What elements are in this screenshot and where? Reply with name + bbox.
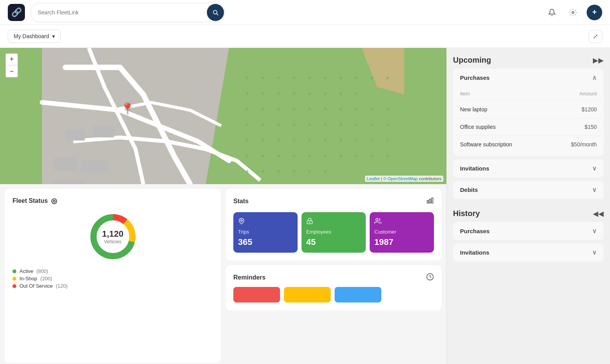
svg-text:▲: ▲ bbox=[291, 105, 297, 111]
history-title: History ◀◀ bbox=[453, 209, 604, 218]
inshop-value: (200) bbox=[41, 276, 52, 281]
svg-text:▲: ▲ bbox=[354, 136, 359, 142]
history-purchases-header[interactable]: Purchases ∨ bbox=[453, 222, 604, 240]
zoom-in-button[interactable]: + bbox=[6, 54, 18, 65]
history-invitations-header[interactable]: Invitations ∨ bbox=[453, 243, 604, 262]
svg-text:▲: ▲ bbox=[369, 136, 375, 142]
history-section: History ◀◀ Purchases ∨ Invitations ∨ bbox=[453, 209, 604, 265]
rw-button[interactable]: ◀◀ bbox=[593, 209, 604, 218]
reminders-icon bbox=[426, 273, 434, 282]
left-panel: ▲▲ ▲▲ ▲▲ ▲▲ ▲▲ ▲▲ ▲▲ ▲▲ ▲▲ ▲▲ ▲▲ ▲▲ ▲▲ ▲… bbox=[0, 48, 446, 364]
purchase-amount: $50/month bbox=[548, 136, 602, 153]
fleet-settings-icon[interactable]: ◎ bbox=[51, 197, 57, 205]
reminders-card: Reminders bbox=[226, 265, 442, 310]
search-input[interactable] bbox=[31, 5, 206, 19]
trips-label: Trips bbox=[238, 229, 293, 235]
purchases-header[interactable]: Purchases ∧ bbox=[453, 69, 604, 87]
customer-value: 1987 bbox=[374, 237, 429, 247]
fleet-label: Vehicles bbox=[102, 239, 123, 244]
reminder-btn-2[interactable] bbox=[284, 287, 331, 302]
svg-text:▲: ▲ bbox=[291, 152, 297, 158]
active-dot bbox=[12, 269, 16, 273]
col-amount: Amount bbox=[548, 87, 602, 101]
reminder-btn-1[interactable] bbox=[233, 287, 280, 302]
bell-button[interactable] bbox=[545, 5, 559, 20]
svg-rect-8 bbox=[65, 130, 85, 141]
svg-text:▲: ▲ bbox=[260, 152, 266, 158]
trips-value: 365 bbox=[238, 237, 293, 247]
svg-text:▲: ▲ bbox=[338, 152, 344, 158]
invitations-card: Invitations ∨ bbox=[453, 159, 604, 178]
upcoming-title: Upcoming ▶▶ bbox=[453, 56, 604, 65]
purchase-item: Office supplies bbox=[455, 118, 548, 136]
svg-text:▲: ▲ bbox=[354, 121, 359, 127]
svg-text:▲: ▲ bbox=[291, 90, 297, 96]
legend-active: Active (800) bbox=[12, 268, 213, 274]
svg-text:▲: ▲ bbox=[323, 90, 328, 96]
osm-link[interactable]: © OpenStreetMap bbox=[383, 176, 418, 181]
svg-text:▲: ▲ bbox=[276, 105, 281, 111]
inshop-label: In-Shop bbox=[19, 276, 37, 281]
purchases-body: Item Amount New laptop$1200Office suppli… bbox=[453, 87, 604, 156]
history-purchases-card: Purchases ∨ bbox=[453, 222, 604, 240]
stat-tiles: Trips 365 Employees bbox=[233, 212, 434, 253]
purchases-chevron-up: ∧ bbox=[592, 74, 597, 81]
right-bottom: Stats bbox=[226, 189, 442, 363]
table-row: New laptop$1200 bbox=[455, 101, 602, 118]
reminder-buttons bbox=[233, 287, 434, 302]
donut-label: 1,120 Vehicles bbox=[102, 229, 123, 244]
reminders-title: Reminders bbox=[233, 273, 434, 282]
legend-inshop: In-Shop (200) bbox=[12, 276, 213, 281]
table-row: Software subscription$50/month bbox=[455, 136, 602, 153]
avatar-button[interactable]: + bbox=[587, 5, 602, 20]
purchase-item: New laptop bbox=[455, 101, 548, 118]
ff-button[interactable]: ▶▶ bbox=[593, 56, 604, 65]
svg-text:▲: ▲ bbox=[245, 167, 250, 174]
reminder-btn-3[interactable] bbox=[335, 287, 381, 302]
search-bar bbox=[30, 3, 225, 22]
svg-text:▲: ▲ bbox=[260, 136, 266, 142]
fleet-total: 1,120 bbox=[102, 229, 123, 239]
svg-text:▲: ▲ bbox=[276, 167, 281, 174]
upcoming-section: Upcoming ▶▶ Purchases ∧ Item Amo bbox=[453, 56, 604, 202]
dashboard-select[interactable]: My Dashboard ▾ bbox=[8, 30, 61, 43]
svg-text:▲: ▲ bbox=[245, 74, 250, 80]
svg-text:▲: ▲ bbox=[354, 74, 359, 80]
trips-tile: Trips 365 bbox=[233, 212, 298, 253]
invitations-header[interactable]: Invitations ∨ bbox=[453, 159, 604, 178]
svg-text:▲: ▲ bbox=[260, 105, 266, 111]
oos-dot bbox=[12, 284, 16, 288]
settings-button[interactable] bbox=[566, 5, 580, 20]
svg-text:▲: ▲ bbox=[385, 74, 390, 80]
svg-text:▲: ▲ bbox=[354, 105, 359, 111]
map-pin: 📍 bbox=[121, 102, 134, 115]
toolbar: My Dashboard ▾ ⤢ bbox=[0, 25, 610, 48]
svg-point-85 bbox=[309, 222, 310, 223]
debits-header[interactable]: Debits ∨ bbox=[453, 181, 604, 199]
customer-icon bbox=[374, 218, 429, 227]
dashboard-label: My Dashboard bbox=[14, 33, 49, 39]
svg-text:▲: ▲ bbox=[369, 105, 375, 111]
svg-rect-6 bbox=[54, 157, 77, 171]
svg-text:▲: ▲ bbox=[276, 136, 281, 142]
purchase-item: Software subscription bbox=[455, 136, 548, 153]
stats-card: Stats bbox=[226, 189, 442, 260]
svg-text:▲: ▲ bbox=[323, 167, 328, 174]
leaflet-link[interactable]: Leaflet bbox=[367, 176, 380, 181]
active-label: Active bbox=[19, 268, 33, 274]
stats-title: Stats bbox=[233, 197, 434, 206]
svg-text:▲: ▲ bbox=[291, 74, 297, 80]
svg-text:▲: ▲ bbox=[276, 121, 281, 127]
bottom-stats: Fleet Status ◎ 1,120 bbox=[0, 184, 446, 364]
history-invitations-chevron: ∨ bbox=[592, 249, 597, 256]
svg-text:▲: ▲ bbox=[260, 74, 266, 80]
donut-chart: 1,120 Vehicles bbox=[88, 211, 138, 262]
search-button[interactable] bbox=[207, 4, 224, 21]
expand-button[interactable]: ⤢ bbox=[589, 30, 602, 43]
upcoming-purchases-card: Purchases ∧ Item Amount New laptop$1200O… bbox=[453, 69, 604, 156]
svg-rect-81 bbox=[429, 199, 430, 203]
zoom-out-button[interactable]: − bbox=[6, 65, 18, 77]
svg-text:▲: ▲ bbox=[338, 121, 344, 127]
oos-label: Out Of Service bbox=[19, 283, 53, 289]
header: 🔗 + bbox=[0, 0, 610, 25]
